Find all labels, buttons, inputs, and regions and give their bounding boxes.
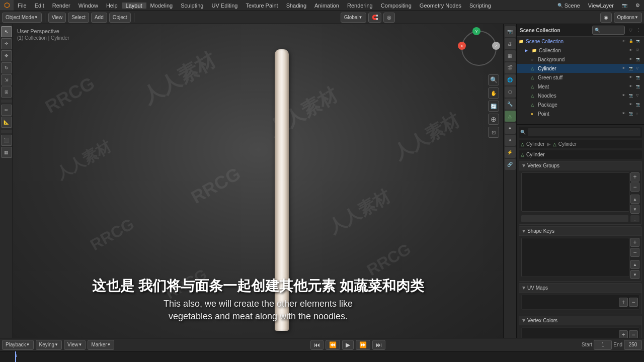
timeline-playhead[interactable] (15, 351, 16, 362)
outliner-restrict[interactable]: 🔒 (629, 39, 635, 43)
shape-keys-down[interactable]: ▼ (630, 270, 639, 279)
prev-frame-btn[interactable]: ⏪ (326, 340, 340, 350)
viewport-shading[interactable]: ◉ (600, 13, 612, 23)
shape-keys-header[interactable]: ▶ Shape Keys (519, 227, 641, 236)
tool-cursor[interactable]: ✛ (1, 38, 12, 49)
shape-keys-remove[interactable]: − (630, 248, 639, 257)
nav-z-axis[interactable]: Z (492, 42, 500, 50)
jump-end-btn[interactable]: ⏭ (372, 340, 385, 350)
prop-icon-constraints[interactable]: 🔗 (505, 159, 516, 170)
menu-file[interactable]: File (14, 0, 31, 11)
outliner-item-package[interactable]: △ Package 👁 📷 (517, 100, 644, 109)
object-mode-dropdown[interactable]: Object Mode ▼ (2, 13, 42, 23)
navigation-widget[interactable]: X Y Z (459, 28, 499, 68)
render-icon[interactable]: 📷 (618, 0, 631, 11)
keying-menu[interactable]: Keying ▼ (36, 340, 62, 350)
meat-visibility[interactable]: 👁 (629, 84, 635, 88)
viewport-zoom-extents[interactable]: 🔍 (488, 74, 499, 85)
tool-annotate[interactable]: ✏ (1, 105, 12, 116)
tool-select[interactable]: ↖ (1, 26, 12, 37)
select-menu[interactable]: Select (68, 13, 89, 23)
view-menu[interactable]: View (48, 13, 66, 23)
tool-scale[interactable]: ⇲ (1, 74, 12, 85)
uv-maps-remove[interactable]: − (629, 298, 638, 307)
transform-orientation[interactable]: Global ▼ (341, 13, 366, 23)
tool-add-mesh[interactable]: ▦ (1, 147, 12, 158)
settings-icon[interactable]: ⚙ (631, 0, 644, 11)
nav-x-axis[interactable]: X (458, 42, 466, 50)
point-render[interactable]: 📷 (629, 112, 635, 116)
bg-visibility[interactable]: 👁 (629, 57, 635, 61)
vertex-colors-header[interactable]: ▶ Vertex Colors (519, 316, 641, 325)
props-search-input[interactable] (528, 128, 640, 136)
outliner-more[interactable]: ⋮ (636, 28, 641, 33)
start-frame-input[interactable]: 1 (594, 340, 612, 350)
uv-maps-header[interactable]: ▶ UV Maps (519, 284, 641, 293)
end-frame-input[interactable]: 250 (624, 340, 642, 350)
bg-render[interactable]: 📷 (636, 57, 642, 61)
menu-help[interactable]: Help (102, 0, 122, 11)
shape-keys-up[interactable]: ▲ (630, 260, 639, 269)
workspace-geometry-nodes[interactable]: Geometry Nodes (416, 3, 465, 9)
cylinder-filter[interactable]: ▽ (636, 66, 642, 70)
vertex-colors-remove[interactable]: − (629, 330, 638, 338)
tool-rotate[interactable]: ↻ (1, 62, 12, 73)
object-menu[interactable]: Object (109, 13, 131, 23)
prop-icon-render[interactable]: 📷 (505, 26, 516, 37)
scene-collection-item[interactable]: 📁 Scene Collection 👁 🔒 📷 (517, 37, 644, 46)
uv-maps-add[interactable]: + (619, 298, 628, 307)
workspace-animation[interactable]: Animation (310, 3, 343, 9)
cylinder-render[interactable]: 📷 (629, 66, 635, 70)
prop-icon-object[interactable]: ⬡ (505, 86, 516, 98)
prop-icon-physics[interactable]: ⚡ (505, 147, 516, 158)
outliner-item-collection[interactable]: ▶ 📁 Collection 👁 ☑ (517, 46, 644, 55)
noodles-filter[interactable]: ▽ (636, 94, 642, 98)
vertex-groups-down[interactable]: ▼ (630, 205, 639, 214)
snap-toggle[interactable]: 🧲 (368, 13, 381, 23)
outliner-item-point[interactable]: ● Point 👁 📷 ○ (517, 109, 644, 118)
viewport-pan[interactable]: ✋ (488, 87, 499, 99)
vertex-groups-header[interactable]: ▶ Vertex Groups (519, 161, 641, 170)
outliner-visibility[interactable]: 👁 (622, 39, 628, 43)
nav-y-axis[interactable]: Y (472, 27, 480, 35)
workspace-uv-editing[interactable]: UV Editing (207, 3, 242, 9)
package-visibility[interactable]: 👁 (629, 103, 635, 107)
timeline-ruler[interactable]: 1 (0, 351, 644, 362)
outliner-render[interactable]: 📷 (636, 39, 642, 43)
cylinder-visibility[interactable]: 👁 (622, 66, 628, 70)
outliner-item-background[interactable]: ○ Background 👁 📷 (517, 55, 644, 64)
workspace-sculpting[interactable]: Sculpting (177, 3, 207, 9)
collection-exclude[interactable]: ☑ (636, 48, 642, 52)
outliner-filter[interactable]: ▽ (629, 28, 632, 33)
vertex-groups-remove[interactable]: − (630, 183, 639, 192)
point-filter[interactable]: ○ (636, 112, 642, 116)
add-menu[interactable]: Add (91, 13, 107, 23)
workspace-compositing[interactable]: Compositing (377, 3, 416, 9)
point-visibility[interactable]: 👁 (622, 112, 628, 116)
playback-menu[interactable]: Playback ▼ (2, 340, 34, 350)
prop-icon-world[interactable]: 🌐 (505, 74, 516, 85)
outliner-item-noodles[interactable]: △ Noodles 👁 📷 ▽ (517, 91, 644, 100)
prop-icon-scene[interactable]: 🎬 (505, 62, 516, 73)
outliner-item-green-stuff[interactable]: △ Green stuff 👁 📷 (517, 73, 644, 82)
vertex-groups-options[interactable]: ⋮ (630, 215, 639, 222)
workspace-rendering[interactable]: Rendering (343, 3, 377, 9)
meat-render[interactable]: 📷 (636, 84, 642, 88)
tool-transform[interactable]: ⊞ (1, 86, 12, 98)
prop-icon-output[interactable]: 🖨 (505, 38, 516, 49)
greenstuff-visibility[interactable]: 👁 (629, 75, 635, 79)
outliner-search[interactable]: 🔍 (592, 26, 625, 35)
next-frame-btn[interactable]: ⏩ (356, 340, 370, 350)
workspace-texture-paint[interactable]: Texture Paint (242, 3, 282, 9)
workspace-shading[interactable]: Shading (282, 3, 310, 9)
prop-icon-particles[interactable]: ✦ (505, 135, 516, 146)
viewport-ortho-persp[interactable]: ⊡ (488, 127, 499, 138)
outliner-item-meat[interactable]: △ Meat 👁 📷 (517, 82, 644, 91)
viewport-3d[interactable]: RRCG 人人素材 人人素材 RRCG 人人素材 RRCG 人人素材 RRCG … (13, 24, 503, 338)
vertex-groups-sort-btn[interactable] (521, 215, 628, 222)
marker-menu[interactable]: Marker ▼ (88, 340, 114, 350)
viewport-zoom[interactable]: ⊕ (488, 114, 499, 125)
viewport-options[interactable]: Options ▼ (614, 13, 642, 23)
vertex-colors-add[interactable]: + (619, 330, 628, 338)
viewport-rotate-view[interactable]: 🔄 (488, 101, 499, 112)
